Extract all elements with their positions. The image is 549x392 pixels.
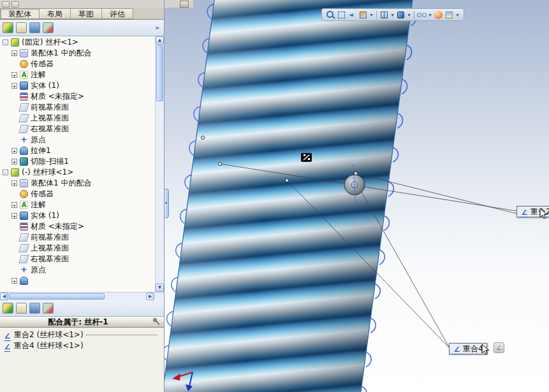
scroll-track[interactable] (156, 102, 164, 284)
tree-item-label: 材质 <未指定> (31, 91, 84, 102)
tree-item[interactable]: +注解 (0, 200, 155, 210)
chevron-down-icon[interactable] (407, 12, 411, 18)
zoom-fit-icon[interactable] (326, 10, 335, 20)
expand-toggle[interactable]: + (11, 83, 17, 89)
mate-list-item[interactable]: 重合2 (丝杆球<1>) (0, 330, 164, 340)
tree-item[interactable]: 上视基准面 (0, 243, 155, 254)
tree-item-label: 装配体1 中的配合 (31, 178, 91, 189)
hide-show-items-icon[interactable] (417, 10, 427, 20)
tree-item-label: 前视基准面 (31, 232, 69, 243)
expand-toggle[interactable]: + (11, 50, 17, 56)
configuration-manager-tab-icon[interactable] (29, 22, 40, 33)
property-manager-tab-icon[interactable] (16, 22, 27, 33)
tree-item[interactable]: +切除-扫描1 (0, 156, 155, 167)
tree-item[interactable]: +装配体1 中的配合 (0, 48, 155, 59)
toolbar-fragment-button[interactable] (180, 1, 189, 8)
tab-layout[interactable]: 布局 (39, 8, 70, 19)
tree-item[interactable]: 前视基准面 (0, 232, 155, 243)
tab-assembly[interactable]: 装配体 (0, 8, 39, 19)
previous-view-icon[interactable] (348, 10, 357, 20)
tree-item[interactable]: +实体 (1) (0, 80, 155, 91)
tree-item[interactable]: 上视基准面 (0, 113, 155, 124)
material-icon (20, 222, 28, 231)
feature-manager-tab-icon[interactable] (3, 303, 13, 314)
sweep-cut-icon (20, 157, 28, 166)
plane-icon (18, 125, 29, 133)
tree-item[interactable]: 原点 (0, 265, 155, 275)
solid-bodies-icon (20, 82, 28, 90)
tree-item[interactable]: -(固定) 丝杆<1> (0, 37, 155, 48)
expand-toggle[interactable]: + (11, 159, 17, 164)
scroll-right-button[interactable]: ▶ (146, 293, 154, 300)
expand-toggle[interactable]: - (3, 40, 8, 45)
expand-toggle[interactable]: + (11, 213, 17, 219)
zoom-area-icon[interactable] (337, 10, 346, 20)
feature-manager-tab-icon[interactable] (3, 22, 13, 33)
coincident-mate-icon (453, 345, 461, 352)
chevron-down-icon[interactable] (390, 12, 395, 18)
tree-horizontal-scrollbar[interactable]: ◀ ▶ (0, 292, 164, 300)
tree-item[interactable]: 右视基准面 (0, 254, 155, 265)
tree-item[interactable]: -(-) 丝杆球<1> (0, 167, 155, 178)
tree-item[interactable]: 前视基准面 (0, 102, 155, 113)
panel-overflow-button[interactable]: » (155, 24, 161, 32)
scroll-thumb[interactable] (9, 293, 105, 300)
dimxpert-manager-tab-icon[interactable] (43, 22, 54, 33)
tree-item[interactable]: 材质 <未指定> (0, 221, 155, 232)
chevron-down-icon[interactable] (369, 12, 374, 18)
configuration-manager-tab-icon[interactable] (29, 303, 40, 314)
edit-appearance-icon[interactable] (434, 10, 443, 20)
tree-item[interactable]: 右视基准面 (0, 124, 155, 134)
expand-toggle[interactable]: + (11, 180, 17, 186)
scroll-track[interactable] (105, 293, 146, 300)
sensors-icon (20, 190, 28, 198)
tree-item[interactable]: 传感器 (0, 59, 155, 69)
viewport-canvas (165, 0, 549, 392)
section-view-icon[interactable] (358, 10, 368, 20)
tree-item-label: 材质 <未指定> (31, 221, 84, 232)
mate-feedback-cursor (301, 153, 312, 162)
titlebar-icon-1[interactable] (2, 1, 10, 8)
pushpin-icon[interactable] (152, 317, 160, 327)
tree-item[interactable]: +注解 (0, 69, 155, 80)
scroll-thumb[interactable] (156, 45, 163, 101)
panel-splitter[interactable] (165, 189, 169, 218)
tree-item[interactable]: 原点 (0, 134, 155, 145)
tree-item[interactable]: +拉伸1 (0, 145, 155, 156)
expand-toggle[interactable]: + (11, 278, 17, 284)
expand-toggle[interactable]: - (3, 170, 8, 175)
graphics-area[interactable]: 重合2 重合4 (165, 0, 549, 392)
tree-item[interactable]: +实体 (1) (0, 210, 155, 221)
sensors-icon (20, 60, 28, 68)
mate-list-item[interactable]: 重合4 (丝杆球<1>) (0, 340, 164, 351)
chevron-down-icon[interactable] (455, 12, 460, 18)
feature-tree-container: -(固定) 丝杆<1> +装配体1 中的配合 传感器 +注解 +实体 (1) 材… (0, 36, 164, 292)
view-orientation-icon[interactable] (379, 10, 389, 20)
annotations-icon (20, 201, 28, 209)
tree-item[interactable]: 材质 <未指定> (0, 91, 155, 102)
expand-toggle[interactable]: + (11, 72, 17, 78)
tree-item-label: 注解 (31, 69, 46, 80)
titlebar-icon-2[interactable] (11, 1, 19, 8)
origin-icon (20, 136, 28, 144)
scroll-left-button[interactable]: ◀ (0, 293, 8, 300)
mate-list: 重合2 (丝杆球<1>) 重合4 (丝杆球<1>) (0, 328, 164, 392)
tree-item[interactable]: + (0, 275, 155, 286)
expand-toggle[interactable]: + (11, 148, 17, 154)
chevron-down-icon[interactable] (428, 12, 432, 18)
context-toolbar-ghost-button[interactable] (494, 342, 504, 353)
tree-item[interactable]: 传感器 (0, 189, 155, 200)
property-manager-tab-icon[interactable] (16, 303, 27, 314)
apply-scene-icon[interactable] (444, 10, 454, 20)
tree-item-label: 拉伸1 (31, 145, 51, 156)
tree-item[interactable]: +装配体1 中的配合 (0, 178, 155, 189)
tab-evaluate[interactable]: 评估 (101, 8, 133, 19)
dimxpert-manager-tab-icon[interactable] (43, 303, 54, 314)
scroll-up-button[interactable]: ▲ (156, 36, 164, 45)
tab-sketch[interactable]: 草图 (70, 8, 101, 19)
expand-toggle[interactable]: + (11, 202, 17, 208)
mate-panel-title: 配合属于: 丝杆-1 (4, 317, 152, 328)
scroll-down-button[interactable]: ▼ (156, 284, 164, 292)
tree-vertical-scrollbar[interactable]: ▲ ▼ (155, 36, 164, 292)
display-style-icon[interactable] (396, 10, 406, 20)
